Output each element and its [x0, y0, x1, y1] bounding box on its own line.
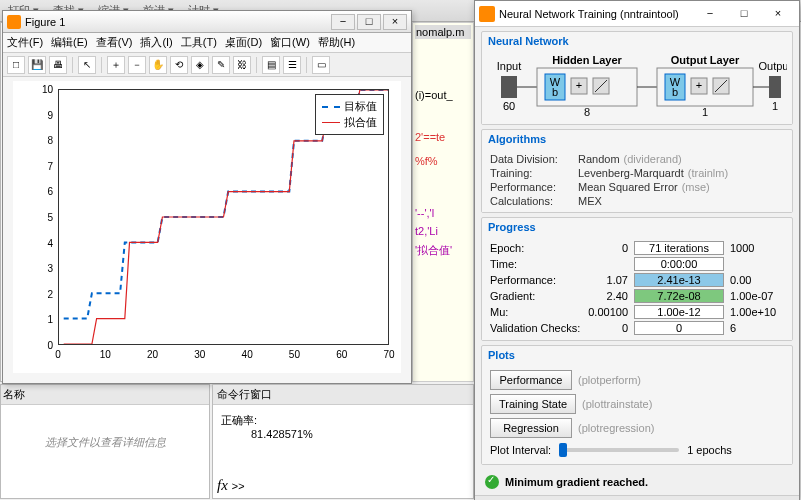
svg-text:8: 8	[584, 106, 590, 118]
minimize-button[interactable]: −	[693, 4, 727, 24]
editor-fragment: nomalp.m (i)=out_ 2'==te %f% '--','l t2,…	[412, 22, 474, 382]
matlab-icon	[479, 6, 495, 22]
progress-row: Validation Checks:006	[490, 320, 784, 336]
nntraintool-window: Neural Network Training (nntraintool) − …	[474, 0, 800, 500]
menu-item[interactable]: 编辑(E)	[51, 35, 88, 50]
legend-swatch-target	[322, 106, 340, 108]
alg-row: Training:Levenberg-Marquardt(trainlm)	[490, 166, 784, 180]
menu-item[interactable]: 查看(V)	[96, 35, 133, 50]
editor-tab[interactable]: nomalp.m	[415, 25, 471, 39]
link-icon[interactable]: ⛓	[233, 56, 251, 74]
svg-text:+: +	[696, 79, 702, 91]
figure-title: Figure 1	[25, 16, 65, 28]
zoomin-icon[interactable]: ＋	[107, 56, 125, 74]
zoomout-icon[interactable]: －	[128, 56, 146, 74]
workspace-header: 名称	[1, 385, 209, 405]
nn-plots-section: Plots Performance(plotperform)Training S…	[481, 345, 793, 465]
workspace-tip: 选择文件以查看详细信息	[5, 435, 205, 450]
nn-status: Minimum gradient reached.	[475, 469, 799, 495]
alg-row: Data Division:Random(dividerand)	[490, 152, 784, 166]
alg-row: Performance:Mean Squared Error(mse)	[490, 180, 784, 194]
svg-text:Output: Output	[758, 60, 787, 72]
menu-item[interactable]: 工具(T)	[181, 35, 217, 50]
nn-algorithms-section: Algorithms Data Division:Random(dividera…	[481, 129, 793, 213]
nn-titlebar[interactable]: Neural Network Training (nntraintool) − …	[475, 1, 799, 27]
fx-icon[interactable]: fx >>	[217, 477, 244, 494]
x-axis: 010203040506070	[58, 347, 389, 373]
command-window[interactable]: 命令行窗口 正确率: 81.428571% fx >>	[212, 384, 474, 499]
plot-interval-slider[interactable]	[559, 448, 679, 452]
plot-button[interactable]: Training State	[490, 394, 576, 414]
close-button[interactable]: ×	[761, 4, 795, 24]
svg-text:Hidden Layer: Hidden Layer	[552, 54, 622, 66]
legend[interactable]: 目标值 拟合值	[315, 94, 384, 135]
figure-window: Figure 1 − □ × 文件(F)编辑(E)查看(V)插入(I)工具(T)…	[2, 10, 412, 384]
minimize-button[interactable]: −	[331, 14, 355, 30]
menu-item[interactable]: 插入(I)	[140, 35, 172, 50]
plot-button[interactable]: Performance	[490, 370, 572, 390]
rotate-icon[interactable]: ⟲	[170, 56, 188, 74]
svg-text:Input: Input	[497, 60, 521, 72]
brush-icon[interactable]: ✎	[212, 56, 230, 74]
progress-row: Epoch:071 iterations1000	[490, 240, 784, 256]
svg-text:60: 60	[503, 100, 515, 112]
network-svg: Input 60 Hidden Layer W b + 8 Output Lay…	[487, 52, 787, 122]
nn-title: Neural Network Training (nntraintool)	[499, 8, 679, 20]
legend-icon[interactable]: ☰	[283, 56, 301, 74]
new-icon[interactable]: □	[7, 56, 25, 74]
svg-text:1: 1	[772, 100, 778, 112]
progress-row: Performance:1.072.41e-130.00	[490, 272, 784, 288]
maximize-button[interactable]: □	[357, 14, 381, 30]
progress-row: Gradient:2.407.72e-081.00e-07	[490, 288, 784, 304]
hide-icon[interactable]: ▭	[312, 56, 330, 74]
datacursor-icon[interactable]: ◈	[191, 56, 209, 74]
save-icon[interactable]: 💾	[28, 56, 46, 74]
menu-item[interactable]: 文件(F)	[7, 35, 43, 50]
print-icon[interactable]: 🖶	[49, 56, 67, 74]
pan-icon[interactable]: ✋	[149, 56, 167, 74]
plot-interval: Plot Interval:1 epochs	[490, 440, 784, 460]
matlab-icon	[7, 15, 21, 29]
command-header: 命令行窗口	[213, 385, 473, 405]
nn-button-row: ◦ Stop Training ◦ Cancel	[475, 495, 799, 500]
nn-network-section: Neural Network Input 60 Hidden Layer W b…	[481, 31, 793, 125]
svg-text:1: 1	[702, 106, 708, 118]
y-axis: 012345678910	[13, 89, 57, 345]
alg-row: Calculations:MEX	[490, 194, 784, 208]
menu-item[interactable]: 桌面(D)	[225, 35, 262, 50]
svg-text:b: b	[672, 86, 678, 98]
progress-row: Mu:0.001001.00e-121.00e+10	[490, 304, 784, 320]
menu-item[interactable]: 帮助(H)	[318, 35, 355, 50]
svg-rect-27	[769, 76, 781, 98]
plot-area[interactable]: 目标值 拟合值	[58, 89, 389, 345]
command-output: 正确率: 81.428571%	[213, 405, 473, 448]
chart-axes[interactable]: 012345678910 010203040506070 目标值 拟合值	[13, 81, 401, 373]
nn-progress-section: Progress Epoch:071 iterations1000Time:0:…	[481, 217, 793, 341]
close-button[interactable]: ×	[383, 14, 407, 30]
figure-toolbar: □ 💾 🖶 ↖ ＋ － ✋ ⟲ ◈ ✎ ⛓ ▤ ☰ ▭	[3, 53, 411, 77]
check-icon	[485, 475, 499, 489]
progress-row: Time:0:00:00	[490, 256, 784, 272]
network-diagram: Input 60 Hidden Layer W b + 8 Output Lay…	[482, 50, 792, 124]
svg-text:Output Layer: Output Layer	[671, 54, 740, 66]
svg-rect-1	[501, 76, 517, 98]
legend-swatch-fit	[322, 122, 340, 123]
svg-text:+: +	[576, 79, 582, 91]
plot-button[interactable]: Regression	[490, 418, 572, 438]
workspace-pane: 名称 选择文件以查看详细信息	[0, 384, 210, 499]
colorbar-icon[interactable]: ▤	[262, 56, 280, 74]
figure-menubar: 文件(F)编辑(E)查看(V)插入(I)工具(T)桌面(D)窗口(W)帮助(H)	[3, 33, 411, 53]
svg-text:b: b	[552, 86, 558, 98]
maximize-button[interactable]: □	[727, 4, 761, 24]
menu-item[interactable]: 窗口(W)	[270, 35, 310, 50]
figure-titlebar[interactable]: Figure 1 − □ ×	[3, 11, 411, 33]
pointer-icon[interactable]: ↖	[78, 56, 96, 74]
